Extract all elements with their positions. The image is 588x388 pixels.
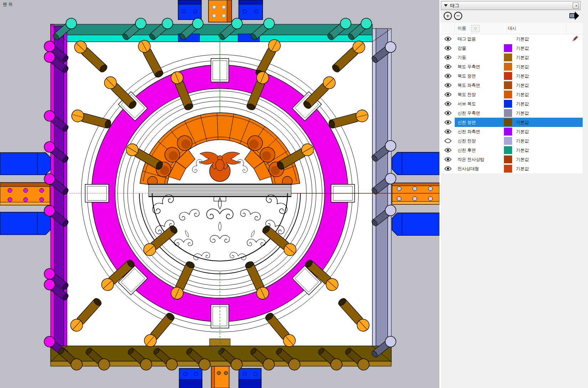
tag-visibility-toggle[interactable] — [441, 71, 455, 81]
tag-name[interactable]: 복도 좌측면 — [455, 82, 504, 88]
tags-panel: 태그 × + − — [439, 0, 588, 388]
eye-open-icon — [444, 55, 452, 60]
tag-dash-value[interactable]: 기본값 — [512, 45, 529, 51]
tag-row[interactable]: 신전 천장 기본값 — [441, 136, 583, 146]
column-dash-label: 대시 — [508, 25, 516, 31]
tag-visibility-toggle[interactable] — [441, 118, 455, 127]
eye-open-icon — [444, 101, 452, 106]
tag-row[interactable]: 신전 후면 기본값 — [441, 146, 583, 155]
tag-visibility-toggle[interactable] — [441, 127, 455, 136]
tag-dash-value[interactable]: 기본값 — [512, 138, 529, 144]
tag-visibility-toggle[interactable] — [441, 81, 455, 90]
tag-row[interactable]: 신전 우측면 기본값 — [441, 108, 583, 118]
tag-color-swatch[interactable] — [504, 63, 512, 71]
tag-row[interactable]: 신전 좌측면 기본값 — [441, 127, 583, 136]
tag-color-swatch[interactable] — [504, 128, 512, 136]
tag-name[interactable]: 강물 — [455, 45, 504, 51]
tag-color-swatch[interactable] — [504, 44, 512, 52]
tag-row[interactable]: 천사상대형 기본값 — [441, 164, 583, 173]
tag-row[interactable]: 태그 없음 기본값 — [441, 34, 583, 44]
tag-visibility-toggle[interactable] — [441, 62, 455, 71]
column-dash[interactable]: 대시 — [507, 23, 566, 34]
collapse-triangle-icon[interactable] — [444, 4, 448, 7]
tag-visibility-toggle[interactable] — [441, 108, 455, 118]
tag-name[interactable]: 복도 천장 — [455, 92, 504, 98]
edit-pencil-icon[interactable] — [571, 35, 579, 43]
tag-name[interactable]: 신전 천장 — [455, 138, 504, 144]
tag-visibility-toggle[interactable] — [441, 155, 455, 164]
tag-dash-value[interactable]: 기본값 — [512, 73, 529, 79]
tag-dash-value[interactable]: 기본값 — [512, 36, 529, 42]
view-name-label: 맨 위 — [3, 1, 12, 7]
eye-open-icon — [444, 166, 452, 171]
remove-tag-button[interactable]: − — [454, 12, 462, 20]
3d-viewport[interactable]: 맨 위 — [0, 0, 439, 388]
tag-color-swatch[interactable] — [504, 109, 512, 117]
column-name[interactable]: 이름 ▽ — [455, 23, 507, 34]
tag-row[interactable]: 강물 기본값 — [441, 44, 583, 53]
tag-row[interactable]: 신전 정면 기본값 — [441, 118, 583, 127]
tag-color-swatch[interactable] — [504, 91, 512, 98]
tag-dash-value[interactable]: 기본값 — [512, 147, 529, 153]
tag-visibility-toggle[interactable] — [441, 136, 455, 146]
tag-visibility-toggle[interactable] — [441, 90, 455, 99]
tag-color-swatch[interactable] — [504, 81, 512, 89]
panel-right-margin — [583, 0, 588, 388]
add-tag-button[interactable]: + — [444, 12, 452, 20]
tag-dash-value[interactable]: 기본값 — [512, 64, 529, 70]
model-scene — [0, 0, 439, 388]
tag-dash-value[interactable]: 기본값 — [512, 129, 529, 135]
tag-visibility-toggle[interactable] — [441, 34, 455, 44]
tag-name[interactable]: 작은 천사상탑 — [455, 157, 504, 163]
details-arrow-icon — [569, 11, 579, 21]
tag-dash-value[interactable]: 기본값 — [512, 157, 529, 163]
tag-name[interactable]: 신전 후면 — [455, 147, 504, 153]
tag-color-swatch[interactable] — [504, 72, 512, 80]
tag-name[interactable]: 신전 정면 — [455, 119, 504, 126]
close-panel-button[interactable]: × — [573, 2, 579, 9]
sort-indicator-icon[interactable]: ▽ — [471, 25, 480, 32]
tag-visibility-toggle[interactable] — [441, 53, 455, 62]
tag-row[interactable]: 복도 우측면 기본값 — [441, 62, 583, 71]
tag-row[interactable]: 서브 복도 기본값 — [441, 99, 583, 108]
column-edit — [566, 23, 583, 34]
tag-row[interactable]: 복도 좌측면 기본값 — [441, 81, 583, 90]
tag-dash-value[interactable]: 기본값 — [512, 82, 529, 88]
tag-color-swatch[interactable] — [504, 155, 512, 163]
tag-dash-value[interactable]: 기본값 — [512, 55, 529, 61]
tag-row[interactable]: 작은 천사상탑 기본값 — [441, 155, 583, 164]
details-menu-button[interactable] — [569, 11, 579, 21]
tag-dash-value[interactable]: 기본값 — [512, 101, 529, 107]
tag-color-swatch[interactable] — [504, 165, 512, 173]
tag-color-swatch[interactable] — [504, 118, 512, 126]
tag-name[interactable]: 서브 복도 — [455, 101, 504, 107]
tag-color-swatch[interactable] — [504, 53, 512, 61]
tag-row[interactable]: 복도 정면 기본값 — [441, 71, 583, 81]
tag-color-swatch[interactable] — [504, 146, 512, 154]
corridor-west — [0, 153, 51, 235]
tag-visibility-toggle[interactable] — [441, 164, 455, 173]
tag-name[interactable]: 태그 없음 — [455, 36, 504, 42]
eye-open-icon — [444, 111, 452, 116]
eye-open-icon — [444, 83, 452, 88]
tag-name[interactable]: 복도 우측면 — [455, 64, 504, 70]
tag-name[interactable]: 기둥 — [455, 55, 504, 61]
tag-name[interactable]: 천사상대형 — [455, 166, 504, 172]
tag-visibility-toggle[interactable] — [441, 99, 455, 108]
tag-name[interactable]: 신전 우측면 — [455, 110, 504, 116]
tag-row[interactable]: 복도 천장 기본값 — [441, 90, 583, 99]
tag-row[interactable]: 기둥 기본값 — [441, 53, 583, 62]
tag-name[interactable]: 신전 좌측면 — [455, 129, 504, 135]
tag-dash-value[interactable]: 기본값 — [512, 166, 529, 172]
tag-name[interactable]: 복도 정면 — [455, 73, 504, 79]
tag-dash-value[interactable]: 기본값 — [512, 92, 529, 98]
tags-panel-header[interactable]: 태그 × — [441, 1, 581, 10]
tag-dash-value[interactable]: 기본값 — [512, 119, 529, 126]
tags-list: 태그 없음 기본값 강물 기본값 기둥 기본값 복도 우측면 기본값 — [441, 34, 583, 173]
tag-color-swatch[interactable] — [504, 137, 512, 145]
tag-dash-value[interactable]: 기본값 — [512, 110, 529, 116]
tag-color-swatch[interactable] — [504, 100, 512, 108]
tag-visibility-toggle[interactable] — [441, 44, 455, 53]
tag-color-swatch-empty[interactable] — [504, 35, 512, 43]
tag-visibility-toggle[interactable] — [441, 146, 455, 155]
